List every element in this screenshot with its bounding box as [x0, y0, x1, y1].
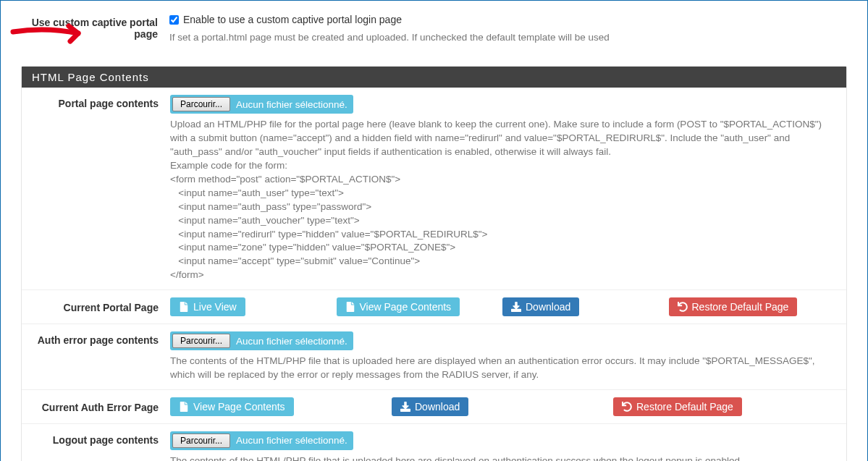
auth-download-button[interactable]: Download [392, 397, 468, 416]
auth-error-file-input[interactable]: Parcourir... Aucun fichier sélectionné. [170, 331, 353, 350]
custom-portal-checkbox-text: Enable to use a custom captive portal lo… [183, 14, 402, 25]
auth-view-page-contents-button[interactable]: View Page Contents [170, 397, 294, 416]
download-icon [400, 402, 410, 412]
restore-default-button[interactable]: Restore Default Page [669, 297, 798, 316]
portal-page-example-intro: Example code for the form: [170, 159, 835, 173]
live-view-label: Live View [193, 301, 237, 313]
portal-page-help: Upload an HTML/PHP file for the portal p… [170, 118, 835, 159]
current-portal-label: Current Portal Page [22, 297, 170, 316]
logout-page-label: Logout page contents [22, 431, 170, 461]
auth-error-file-status: Aucun fichier sélectionné. [236, 336, 347, 347]
custom-portal-checkbox-label[interactable]: Enable to use a custom captive portal lo… [169, 14, 402, 25]
logout-help: The contents of the HTML/PHP file that i… [170, 454, 835, 461]
undo-icon [622, 402, 632, 412]
portal-page-file-input[interactable]: Parcourir... Aucun fichier sélectionné. [170, 95, 353, 114]
auth-restore-default-button[interactable]: Restore Default Page [613, 397, 742, 416]
file-icon [179, 402, 189, 412]
html-page-contents-panel: HTML Page Contents Portal page contents … [21, 66, 847, 461]
logout-browse-button[interactable]: Parcourir... [172, 433, 230, 448]
current-auth-error-label: Current Auth Error Page [22, 397, 170, 416]
live-view-button[interactable]: Live View [170, 297, 245, 316]
restore-default-label: Restore Default Page [692, 301, 789, 313]
file-icon [345, 302, 355, 312]
custom-portal-help: If set a portal.html page must be create… [169, 31, 835, 45]
auth-error-label: Auth error page contents [22, 331, 170, 382]
custom-portal-label: Use custom captive portal page [21, 14, 169, 44]
download-label: Download [526, 301, 570, 313]
undo-icon [678, 302, 688, 312]
logout-file-status: Aucun fichier sélectionné. [236, 435, 347, 446]
auth-download-label: Download [415, 401, 460, 413]
portal-page-example-code: <form method="post" action="$PORTAL_ACTI… [170, 173, 835, 282]
portal-page-label: Portal page contents [22, 95, 170, 282]
download-icon [511, 302, 521, 312]
auth-restore-default-label: Restore Default Page [636, 401, 733, 413]
download-button[interactable]: Download [502, 297, 579, 316]
auth-view-page-contents-label: View Page Contents [193, 401, 285, 413]
custom-portal-checkbox[interactable] [169, 15, 179, 25]
portal-page-file-status: Aucun fichier sélectionné. [236, 99, 347, 110]
view-page-contents-label: View Page Contents [360, 301, 452, 313]
html-page-contents-heading: HTML Page Contents [22, 67, 846, 88]
custom-portal-panel: Use custom captive portal page Enable to… [21, 1, 847, 51]
auth-error-browse-button[interactable]: Parcourir... [172, 334, 230, 348]
file-icon [179, 302, 189, 312]
view-page-contents-button[interactable]: View Page Contents [337, 297, 460, 316]
auth-error-help: The contents of the HTML/PHP file that i… [170, 355, 835, 382]
logout-file-input[interactable]: Parcourir... Aucun fichier sélectionné. [170, 431, 353, 450]
portal-page-browse-button[interactable]: Parcourir... [172, 97, 230, 111]
